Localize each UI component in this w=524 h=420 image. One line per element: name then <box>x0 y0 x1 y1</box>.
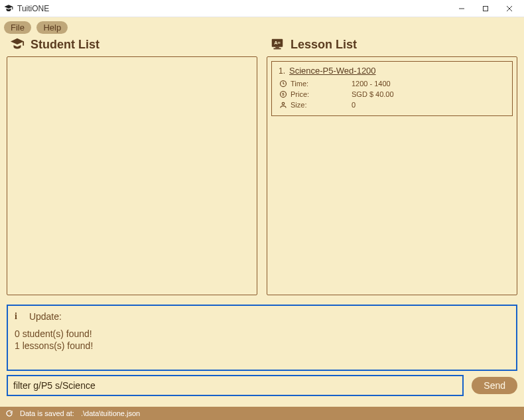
student-list-heading: Student List <box>31 38 99 52</box>
command-row: Send <box>0 375 524 400</box>
info-icon: i <box>15 311 17 322</box>
send-button[interactable]: Send <box>472 377 517 394</box>
menubar: File Help <box>0 17 524 35</box>
lesson-index: 1. <box>279 66 285 76</box>
lesson-price-value: SGD $ 40.00 <box>352 90 394 98</box>
menu-help[interactable]: Help <box>36 21 68 34</box>
svg-point-11 <box>282 102 285 105</box>
window-close-button[interactable] <box>497 1 521 17</box>
window-title: TuitiONE <box>17 4 49 13</box>
lesson-card: 1. Science-P5-Wed-1200 Time: 1200 - 1400… <box>271 61 513 116</box>
person-icon <box>279 100 288 109</box>
svg-text:$: $ <box>282 92 285 96</box>
app-body: File Help Student List A≡ Lesson List <box>0 17 524 420</box>
window-minimize-button[interactable] <box>450 1 474 17</box>
lesson-time-value: 1200 - 1400 <box>352 80 391 88</box>
lesson-list-header: A≡ Lesson List <box>267 35 517 56</box>
lesson-list-heading: Lesson List <box>291 38 357 52</box>
save-status-icon <box>5 409 13 417</box>
status-bar: Data is saved at: .\data\tuitione.json <box>0 407 524 420</box>
status-path: .\data\tuitione.json <box>81 409 140 417</box>
update-box: i Update: 0 student(s) found! 1 lessons(… <box>7 305 517 371</box>
lesson-icon: A≡ <box>269 36 285 52</box>
lesson-time-label: Time: <box>291 80 322 88</box>
lesson-list-panel: 1. Science-P5-Wed-1200 Time: 1200 - 1400… <box>267 56 517 295</box>
command-input[interactable] <box>7 375 464 396</box>
student-list-header: Student List <box>7 35 257 56</box>
student-column: Student List <box>7 35 257 295</box>
lesson-name-link[interactable]: Science-P5-Wed-1200 <box>289 66 376 76</box>
lesson-time-row: Time: 1200 - 1400 <box>279 78 505 89</box>
window-titlebar: TuitiONE <box>0 0 524 17</box>
lesson-price-label: Price: <box>291 90 322 98</box>
svg-rect-7 <box>274 48 281 50</box>
student-list-panel <box>7 56 257 295</box>
dollar-icon: $ <box>279 90 288 99</box>
svg-text:A≡: A≡ <box>274 40 281 46</box>
app-icon <box>4 4 13 13</box>
update-line: 1 lessons(s) found! <box>15 340 509 351</box>
lesson-column: A≡ Lesson List 1. Science-P5-Wed-1200 Ti… <box>267 35 517 295</box>
columns: Student List A≡ Lesson List 1. Science-P… <box>0 35 524 299</box>
update-heading: Update: <box>29 311 62 322</box>
svg-rect-1 <box>484 6 488 11</box>
student-icon <box>9 36 25 52</box>
lesson-size-value: 0 <box>352 101 356 109</box>
clock-icon <box>279 79 288 88</box>
lesson-size-row: Size: 0 <box>279 100 505 110</box>
svg-rect-6 <box>275 47 279 48</box>
menu-file[interactable]: File <box>4 21 31 34</box>
update-line: 0 student(s) found! <box>15 328 509 339</box>
lesson-price-row: $ Price: SGD $ 40.00 <box>279 89 505 100</box>
window-maximize-button[interactable] <box>474 1 497 17</box>
lesson-size-label: Size: <box>291 101 322 109</box>
status-label: Data is saved at: <box>20 409 74 417</box>
